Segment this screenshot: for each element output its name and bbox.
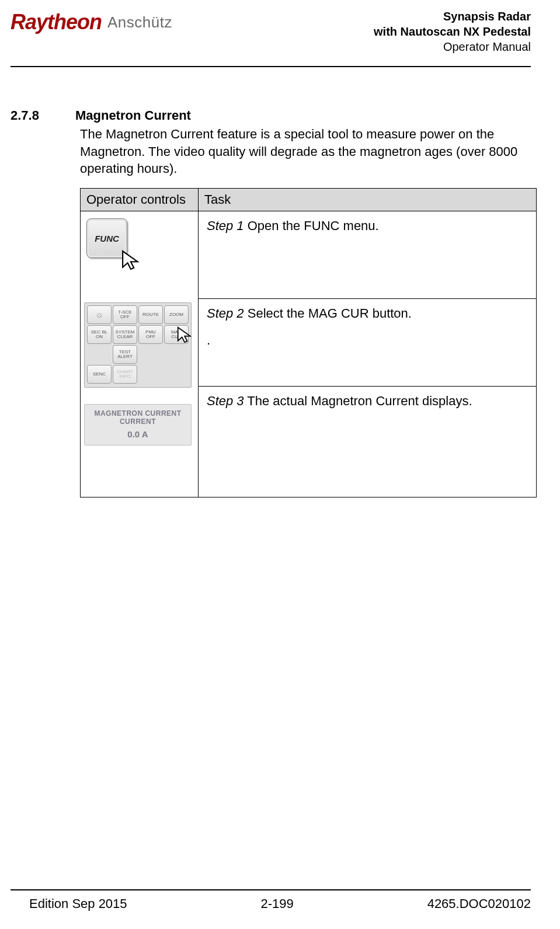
controls-cell: FUNC ☼ T-SCE OFF ROUTE ZOOM SEC BL ON bbox=[81, 211, 199, 497]
page-header: Raytheon Anschütz Synapsis Radar with Na… bbox=[11, 9, 531, 59]
table-row: FUNC ☼ T-SCE OFF ROUTE ZOOM SEC BL ON bbox=[81, 211, 537, 299]
footer-page: 2-199 bbox=[260, 896, 293, 911]
footer-rule bbox=[11, 889, 531, 890]
doc-title-3: Operator Manual bbox=[374, 39, 531, 54]
section-number: 2.7.8 bbox=[11, 108, 39, 123]
logo-subbrand: Anschütz bbox=[107, 10, 172, 32]
readout-title-1: MAGNETRON CURRENT bbox=[88, 409, 187, 417]
step-label: Step 1 bbox=[207, 218, 244, 233]
step-text: The actual Magnetron Current displays. bbox=[244, 394, 472, 408]
content: 2.7.8 Magnetron Current The Magnetron Cu… bbox=[11, 67, 531, 497]
func-button-graphic: FUNC bbox=[86, 218, 145, 269]
section-body: The Magnetron Current feature is a speci… bbox=[80, 126, 525, 178]
section-heading: 2.7.8 Magnetron Current bbox=[11, 108, 531, 123]
panel-btn-tsce[interactable]: T-SCE OFF bbox=[113, 305, 137, 324]
panel-btn-sysclear[interactable]: SYSTEM CLEAR bbox=[113, 325, 137, 344]
magnetron-readout: MAGNETRON CURRENT CURRENT 0.0 A bbox=[84, 404, 192, 446]
svg-marker-0 bbox=[123, 251, 138, 269]
func-panel: ☼ T-SCE OFF ROUTE ZOOM SEC BL ON SYSTEM … bbox=[84, 302, 192, 388]
step-text: Open the FUNC menu. bbox=[244, 218, 379, 233]
svg-marker-1 bbox=[178, 328, 190, 342]
cursor-icon bbox=[121, 250, 141, 270]
step-cell: Step 2 Select the MAG CUR button. . bbox=[199, 299, 537, 387]
step-label: Step 3 bbox=[207, 394, 244, 408]
panel-btn-senc[interactable]: SENC bbox=[87, 365, 112, 384]
doc-title-1: Synapsis Radar bbox=[374, 9, 531, 24]
panel-btn-route[interactable]: ROUTE bbox=[138, 305, 163, 324]
header-titles: Synapsis Radar with Nautoscan NX Pedesta… bbox=[374, 9, 531, 54]
panel-btn-secbl[interactable]: SEC BL ON bbox=[87, 325, 112, 344]
step-label: Step 2 bbox=[207, 306, 244, 321]
section-title: Magnetron Current bbox=[75, 108, 191, 123]
step-extra: . bbox=[207, 333, 210, 347]
panel-btn-pmu[interactable]: PMU OFF bbox=[138, 325, 163, 344]
footer-doc: 4265.DOC020102 bbox=[427, 896, 531, 911]
table-header-task: Task bbox=[199, 189, 537, 211]
page-footer: Edition Sep 2015 2-199 4265.DOC020102 bbox=[29, 896, 531, 911]
readout-value: 0.0 A bbox=[88, 429, 187, 439]
panel-btn-brightness[interactable]: ☼ bbox=[87, 305, 112, 324]
doc-title-2: with Nautoscan NX Pedestal bbox=[374, 24, 531, 39]
logo-brand: Raytheon bbox=[11, 10, 102, 34]
panel-btn-chartinfo[interactable]: CHART INFO bbox=[113, 365, 137, 384]
footer-edition: Edition Sep 2015 bbox=[29, 896, 127, 911]
cursor-icon bbox=[177, 326, 193, 343]
step-cell: Step 1 Open the FUNC menu. bbox=[199, 211, 537, 299]
table-header-controls: Operator controls bbox=[81, 189, 199, 211]
step-cell: Step 3 The actual Magnetron Current disp… bbox=[199, 387, 537, 497]
logo: Raytheon Anschütz bbox=[11, 9, 172, 34]
step-text: Select the MAG CUR button. bbox=[244, 306, 412, 321]
readout-title-2: CURRENT bbox=[88, 417, 187, 426]
panel-btn-zoom[interactable]: ZOOM bbox=[164, 305, 189, 324]
task-table: Operator controls Task FUNC ☼ T-SCE OFF bbox=[80, 188, 537, 497]
panel-btn-testalert[interactable]: TEST ALERT bbox=[113, 345, 137, 364]
